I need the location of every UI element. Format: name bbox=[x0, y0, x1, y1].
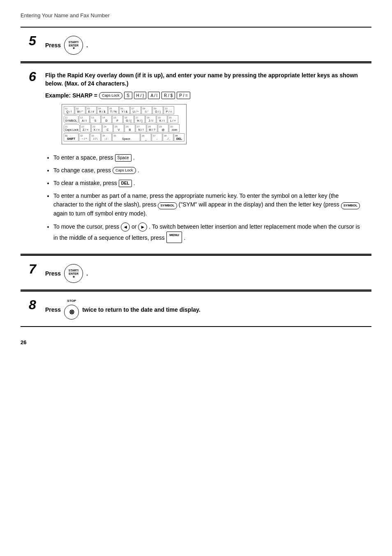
bullet1-period: . bbox=[133, 153, 135, 162]
page-header: Entering Your Name and Fax Number bbox=[21, 12, 371, 19]
example-key-capslock[interactable]: Caps Lock bbox=[99, 92, 122, 99]
step7-press-label: Press bbox=[45, 270, 61, 277]
step6-description: Flip the Rapid Key overlay down (if it i… bbox=[45, 72, 363, 88]
example-line: Example: SHARP = Caps Lock S H / } A / l… bbox=[45, 92, 363, 99]
right-arrow-button[interactable]: ► bbox=[138, 222, 147, 232]
step8-section: 8 Press STOP ⊗ twice to return to the da… bbox=[21, 291, 371, 327]
bullet4-text3: again to turn off symbol entry mode). bbox=[53, 210, 147, 217]
bullet5-or: or bbox=[131, 223, 138, 230]
step5-period: . bbox=[86, 42, 88, 49]
example-key-s[interactable]: S bbox=[124, 92, 132, 99]
step7-period: . bbox=[86, 270, 88, 277]
bullet-1: To enter a space, press Space . bbox=[53, 153, 363, 162]
bullet-3: To clear a mistake, press DEL . bbox=[53, 179, 363, 188]
step6-number: 6 bbox=[29, 70, 41, 83]
step6-section: 6 Flip the Rapid Key overlay down (if it… bbox=[21, 63, 371, 255]
example-label: Example: SHARP = bbox=[45, 92, 97, 99]
symbol-key-button-2[interactable]: SYMBOL bbox=[341, 202, 360, 209]
capslock-key-button[interactable]: Caps Lock bbox=[113, 167, 136, 174]
example-key-p[interactable]: P / = bbox=[177, 92, 190, 99]
bullet-list: To enter a space, press Space . To chang… bbox=[45, 153, 363, 243]
bullet3-period: . bbox=[134, 179, 135, 188]
menu-button[interactable]: MENU bbox=[166, 232, 182, 243]
bullet1-text: To enter a space, press bbox=[53, 153, 113, 162]
keyboard-diagram: 01Q / ! 02W / " 03E / # 04R / $ 05T / % … bbox=[62, 104, 187, 144]
bullet4-text2: ("SYM" will appear in the display) and t… bbox=[179, 201, 341, 208]
bullet5-text1: To move the cursor, press bbox=[53, 223, 121, 230]
step5-number: 5 bbox=[29, 34, 41, 47]
example-key-r[interactable]: R / $ bbox=[161, 92, 175, 99]
step8-description: twice to return to the date and time dis… bbox=[82, 306, 201, 313]
del-key-button[interactable]: DEL bbox=[119, 180, 132, 187]
example-key-a[interactable]: A / l bbox=[148, 92, 160, 99]
step7-number: 7 bbox=[29, 262, 41, 276]
bullet-5: To move the cursor, press ◄ or ► . To sw… bbox=[53, 222, 363, 243]
step5-press-label: Press bbox=[45, 42, 61, 49]
bullet-2: To change case, press Caps Lock . bbox=[53, 166, 363, 175]
step8-press-label: Press bbox=[45, 306, 61, 313]
bullet-4: To enter a number as part of a name, pre… bbox=[53, 192, 363, 218]
space-key-button[interactable]: Space bbox=[115, 154, 131, 162]
left-arrow-button[interactable]: ◄ bbox=[121, 222, 130, 232]
page-number: 26 bbox=[21, 339, 371, 345]
step5-section: 5 Press START/ ENTER ⊕ . bbox=[21, 27, 371, 62]
bullet2-text: To change case, press bbox=[53, 166, 111, 175]
symbol-key-button-1[interactable]: SYMBOL bbox=[158, 202, 177, 209]
bullet3-text: To clear a mistake, press bbox=[53, 179, 117, 188]
stop-button[interactable]: STOP ⊗ bbox=[64, 305, 79, 320]
bullet5-period: . bbox=[184, 234, 185, 241]
start-enter-button-7[interactable]: START/ ENTER ⊕ bbox=[64, 264, 83, 283]
example-key-h[interactable]: H / } bbox=[134, 92, 147, 99]
start-enter-button-5[interactable]: START/ ENTER ⊕ bbox=[64, 36, 83, 55]
bullet2-period: . bbox=[138, 166, 139, 175]
step8-number: 8 bbox=[29, 298, 41, 311]
step7-section: 7 Press START/ ENTER ⊕ . bbox=[21, 255, 371, 290]
